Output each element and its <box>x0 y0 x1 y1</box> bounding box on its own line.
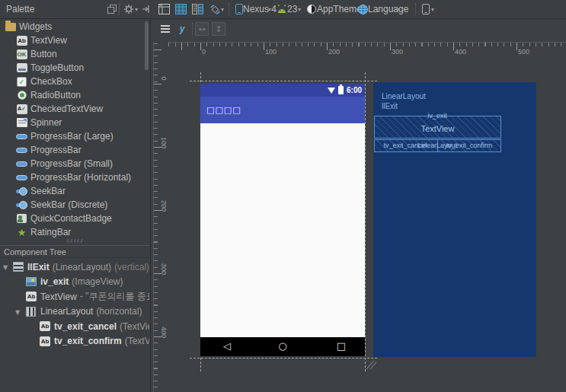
phone-navigation-bar: ◁ ○ □ <box>200 337 365 356</box>
ruler-label: 500 <box>518 48 529 56</box>
design-view-button[interactable] <box>158 3 170 15</box>
pan-tool-icon[interactable]: y <box>175 22 189 36</box>
ruler-label: 300 <box>392 48 403 56</box>
palette-item-radiobutton[interactable]: RadioButton <box>0 88 149 102</box>
ruler-label: 100 <box>265 48 277 56</box>
canvas-resize-handle[interactable] <box>365 359 377 370</box>
tree-row-linearlayout[interactable]: ▼ LinearLayout (horizontal) <box>0 304 149 320</box>
progressbar-icon <box>16 172 27 183</box>
pin-icon[interactable] <box>140 3 152 15</box>
palette-item-progressbar[interactable]: ProgressBar <box>0 143 149 157</box>
linearlayout-horizontal-icon <box>26 307 37 317</box>
chevron-down-icon[interactable]: ▾ <box>396 6 399 13</box>
palette-item-progressbar-horizontal[interactable]: ProgressBar (Horizontal) <box>0 171 149 184</box>
battery-icon <box>338 86 344 94</box>
phone-action-bar[interactable]: □□□□ <box>200 97 365 123</box>
textview-icon: Ab <box>40 336 51 346</box>
spinner-icon <box>16 117 27 128</box>
palette-item-progressbar-large[interactable]: ProgressBar (Large) <box>0 129 149 143</box>
blueprint-view[interactable]: LinearLayout llExit TextView iv_exit tv_… <box>373 82 536 357</box>
tree-row-textview[interactable]: Ab TextView - "쿠폰의리를 종료하시 <box>0 289 149 304</box>
palette-item-seekbar[interactable]: SeekBar <box>0 184 149 198</box>
blueprint-view-button[interactable] <box>174 3 187 15</box>
toolbar-divider <box>229 3 229 15</box>
palette-item-checkedtextview[interactable]: A✓ CheckedTextView <box>0 102 149 116</box>
expand-arrow-icon[interactable]: ▼ <box>15 309 20 316</box>
chevron-down-icon[interactable]: ▾ <box>221 6 224 13</box>
palette-item-togglebutton[interactable]: ToggleButton <box>0 61 149 75</box>
selection-bound-bottom <box>190 358 377 359</box>
theme-icon[interactable] <box>305 3 318 15</box>
design-surface[interactable]: y ↔ ↕ 0 100 200 300 400 500 0 100 200 30… <box>150 20 566 392</box>
blueprint-root-id: llExit <box>382 101 426 111</box>
palette-item-progressbar-small[interactable]: ProgressBar (Small) <box>0 157 149 171</box>
toolbar-divider <box>119 3 120 15</box>
tree-row-llexit[interactable]: ▼ llExit (LinearLayout) (vertical) <box>0 260 149 275</box>
star-icon: ★ <box>16 227 27 237</box>
tree-row-tv-exit-cancel[interactable]: Ab tv_exit_cancel (TextView) - " <box>0 319 149 334</box>
gear-icon[interactable] <box>123 3 135 15</box>
editor-toolbar: Palette ▾ ▾ Nexus 4 ▾ 23 ▾ AppTheme Lang… <box>0 0 566 19</box>
blueprint-root-label: LinearLayout llExit <box>382 91 426 111</box>
chevron-down-icon[interactable]: ▾ <box>298 6 301 13</box>
palette-scrollbar[interactable] <box>145 21 149 70</box>
chevron-down-icon[interactable]: ▾ <box>268 6 271 13</box>
design-blueprint-split-button[interactable] <box>191 3 203 15</box>
radiobutton-icon <box>16 90 27 100</box>
blueprint-confirm-label: tv_exit_confirm <box>446 142 493 149</box>
palette-item-checkbox[interactable]: ✓ CheckBox <box>0 75 149 88</box>
linearlayout-vertical-icon <box>13 262 24 272</box>
togglebutton-icon <box>16 62 27 73</box>
virtual-device-icon[interactable] <box>420 3 432 15</box>
chevron-down-icon[interactable]: ▾ <box>431 6 434 13</box>
textview-icon: Ab <box>16 35 27 46</box>
orientation-icon[interactable] <box>209 3 221 15</box>
vertical-ruler: 0 100 200 300 400 <box>153 42 168 392</box>
toolbar-divider <box>192 23 193 35</box>
ruler-label: 100 <box>160 137 168 146</box>
palette-group-widgets[interactable]: Widgets <box>0 20 149 33</box>
language-selector[interactable]: Language <box>368 4 408 14</box>
tree-row-tv-exit-confirm[interactable]: Ab tv_exit_confirm (TextView) - <box>0 334 149 349</box>
palette-item-spinner[interactable]: Spinner <box>0 116 149 129</box>
ruler-label: 200 <box>160 200 168 209</box>
blueprint-iv-exit-label: iv_exit <box>427 112 447 120</box>
expand-arrow-icon[interactable]: ▼ <box>3 264 8 271</box>
palette-item-quickcontactbadge[interactable]: QuickContactBadge <box>0 212 149 225</box>
quickcontactbadge-icon <box>16 213 27 224</box>
palette-item-seekbar-discrete[interactable]: SeekBar (Discrete) <box>0 198 149 212</box>
button-icon: OK <box>16 49 27 59</box>
imageview-icon <box>26 277 37 287</box>
expand-horizontal-button[interactable]: ↔ <box>195 22 209 36</box>
toolbar-divider <box>415 3 416 15</box>
phone-content-area[interactable] <box>200 123 365 337</box>
device-selector[interactable]: Nexus 4 <box>243 4 277 14</box>
ruler-label: 0 <box>160 74 168 83</box>
android-icon[interactable] <box>276 3 288 15</box>
theme-selector[interactable]: AppTheme <box>317 4 362 14</box>
wifi-icon <box>328 88 335 94</box>
palette-item-textview[interactable]: Ab TextView <box>0 33 149 47</box>
palette-panel: Widgets Ab TextView OK Button ToggleButt… <box>0 20 149 242</box>
horizontal-ruler: 0 100 200 300 400 500 <box>168 42 566 56</box>
checkbox-icon: ✓ <box>16 76 27 87</box>
phone-design-preview[interactable]: 6:00 □□□□ ◁ ○ □ <box>200 84 365 356</box>
palette-item-button[interactable]: OK Button <box>0 47 149 61</box>
ruler-label: 0 <box>202 48 206 56</box>
tree-row-iv-exit[interactable]: iv_exit (ImageView) <box>0 275 149 290</box>
nav-back-icon: ◁ <box>223 340 231 352</box>
copy-icon[interactable] <box>106 3 118 15</box>
expand-vertical-button[interactable]: ↕ <box>212 22 225 36</box>
progressbar-icon <box>16 131 27 142</box>
ruler-label: 300 <box>160 263 168 272</box>
layout-options-icon[interactable] <box>158 22 172 36</box>
component-tree: ▼ llExit (LinearLayout) (vertical) iv_ex… <box>0 260 149 351</box>
progressbar-icon <box>16 145 27 155</box>
panel-splitter-handle[interactable]: / / / / / <box>67 237 82 244</box>
component-tree-header: Component Tree <box>0 245 149 258</box>
status-time: 6:00 <box>347 86 362 94</box>
api-level-selector[interactable]: 23 <box>287 4 297 14</box>
chevron-down-icon[interactable]: ▾ <box>135 6 138 13</box>
globe-icon[interactable] <box>357 3 369 15</box>
design-toolbar: y ↔ ↕ <box>151 20 566 40</box>
